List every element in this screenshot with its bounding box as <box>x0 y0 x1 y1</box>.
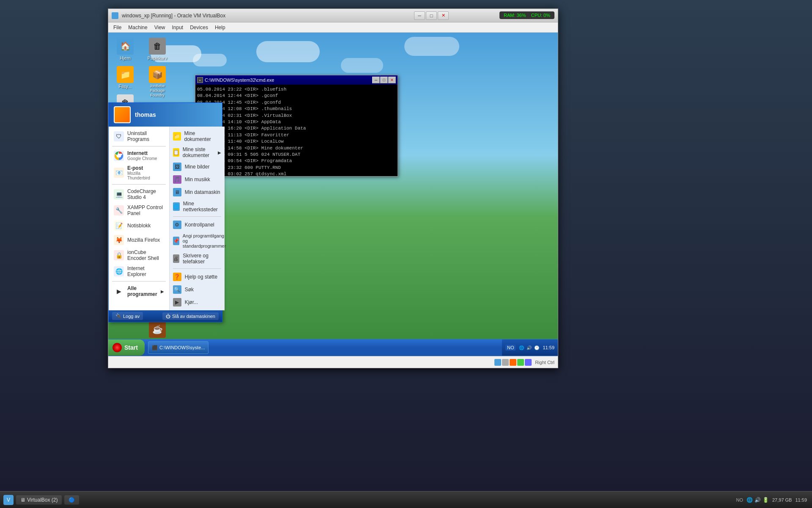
start-menu-footer: 🔌 Logg av ⏻ Slå av datamaskinen <box>109 310 222 322</box>
uninstall-icon: 🛡 <box>114 131 124 141</box>
cmd-line-9: 29.08.2014 11:40 <DIR> LocalLow <box>197 138 396 145</box>
vbox-usb-icon <box>502 359 509 366</box>
vbox-close-button[interactable]: ✕ <box>438 11 449 20</box>
desktop-icon-coffeecup-web[interactable]: ☕ CoffeeCup Web JuiceBox <box>142 319 173 339</box>
vbox-status-badge: RAM: 36% CPU: 0% <box>499 11 554 19</box>
cmd-icon: ▪ <box>197 77 203 83</box>
logout-icon: 🔌 <box>115 313 121 319</box>
start-menu-header: thomas <box>109 103 222 127</box>
menu-right-printers[interactable]: 🖨 Skrivere og telefakser <box>170 251 225 267</box>
cmd-line-3: 08.04.2014 12:45 <DIR> .gconfd <box>197 99 396 106</box>
cmd-titlebar: ▪ C:\WINDOWS\system32\cmd.exe ─ □ ✕ <box>195 75 398 85</box>
menu-item-email[interactable]: 📧 E-post Mozilla Thunderbird <box>109 163 169 182</box>
desktop-icon-hjem[interactable]: 🏠 Hjem <box>110 36 140 63</box>
host-disk-space: 27,97 GB <box>772 497 792 502</box>
vbox-menu-view[interactable]: View <box>151 24 169 31</box>
desktop-icon-papirkurv[interactable]: 🗑 Papirkurv <box>142 36 173 63</box>
notepad-icon: 📝 <box>114 221 124 231</box>
menu-right-sep2 <box>173 268 221 269</box>
vbox-maximize-button[interactable]: □ <box>426 11 437 20</box>
vbox-status-icons <box>494 359 532 366</box>
vbox-network-icon <box>494 359 501 366</box>
menu-item-ie[interactable]: 🌐 Internet Explorer <box>109 263 169 279</box>
vbox-minimize-button[interactable]: ─ <box>414 11 425 20</box>
vbox-menu-help[interactable]: Help <box>211 24 229 31</box>
virtualbox-window: windows_xp [Running] - Oracle VM Virtual… <box>108 8 558 368</box>
menu-right-default-programs[interactable]: 📌 Angi programtilgang og standardprogram… <box>170 231 225 251</box>
vbox-title: windows_xp [Running] - Oracle VM Virtual… <box>122 13 414 19</box>
shutdown-button[interactable]: ⏻ Slå av datamaskinen <box>162 312 219 320</box>
menu-item-notepad[interactable]: 📝 Notisblokk <box>109 218 169 233</box>
vbox-menu-machine[interactable]: Machine <box>125 24 151 31</box>
cmd-content: 05.08.2014 23:22 <DIR> .bluefish 08.04.2… <box>195 85 398 176</box>
menu-item-uninstall[interactable]: 🛡 Uninstall Programs <box>109 128 169 144</box>
xp-time: 11:59 <box>543 345 554 350</box>
documents-icon: 📁 <box>173 132 181 141</box>
menu-right-pictures[interactable]: 🖼 Mine bilder <box>170 160 225 173</box>
desktop-icon-jonbebe[interactable]: 📦 JonBebe Package Foundry <box>142 64 173 99</box>
start-menu-body: 🛡 Uninstall Programs <box>109 127 222 310</box>
cmd-line-6: 27.03.2014 14:10 <DIR> AppData <box>197 119 396 125</box>
cmd-minimize-button[interactable]: ─ <box>372 77 380 83</box>
logout-button[interactable]: 🔌 Logg av <box>112 312 143 320</box>
cmd-maximize-button[interactable]: □ <box>380 77 388 83</box>
menu-right-run[interactable]: ▶ Kjør... <box>170 296 225 309</box>
host-systray-icons: 🌐 🔊 🔋 <box>746 497 769 503</box>
cmd-close-button[interactable]: ✕ <box>388 77 396 83</box>
menu-item-internet[interactable]: Internett Google Chrome <box>109 148 169 163</box>
cmd-line-4: 07.04.2014 12:08 <DIR> .thumbnails <box>197 106 396 112</box>
cmd-line-8: 24.10.2014 11:13 <DIR> Favoritter <box>197 132 396 138</box>
recent-arrow-icon: ▶ <box>218 150 221 155</box>
cmd-line-13: 27.08.2014 23:32 600 PUTTY.RND <box>197 165 396 171</box>
volume-tray-icon: 🔊 <box>526 344 532 351</box>
host-taskbar: V 🖥 VirtualBox (2) 🔵 NO 🌐 🔊 🔋 27,97 GB 1… <box>0 491 812 508</box>
menu-right-music[interactable]: 🎵 Min musikk <box>170 173 225 186</box>
printer-icon: 🖨 <box>173 254 180 263</box>
vbox-menu-input[interactable]: Input <box>169 24 187 31</box>
menu-right-controlpanel[interactable]: ⚙ Kontrollpanel <box>170 218 225 231</box>
menu-separator-2 <box>112 184 166 185</box>
menu-right-computer[interactable]: 🖥 Min datamaskin <box>170 186 225 199</box>
menu-right-network[interactable]: 🌐 Mine nettverkssteder <box>170 199 225 215</box>
defaultprog-icon: 📌 <box>173 237 179 245</box>
cmd-line-10: 08.05.2015 14:58 <DIR> Mine dokumenter <box>197 145 396 152</box>
ie-icon: 🌐 <box>114 266 124 276</box>
host-taskbar-app2[interactable]: 🔵 <box>64 495 79 505</box>
vbox-window-controls: ─ □ ✕ <box>414 11 449 20</box>
menu-item-codecharge[interactable]: 💻 CodeCharge Studio 4 <box>109 186 169 202</box>
host-volume-icon: 🔊 <box>754 497 761 503</box>
menu-item-ioncube[interactable]: 🔒 ionCube Encoder Shell <box>109 247 169 263</box>
svg-point-3 <box>118 155 120 157</box>
desktop-icon-filsystem[interactable]: 📁 Filsy... <box>110 64 140 91</box>
cmd-line-5: 08.04.2014 02:31 <DIR> .VirtualBox <box>197 113 396 119</box>
menu-right-recent[interactable]: 📋 Mine siste dokumenter ▶ <box>170 144 225 160</box>
cmd-window-controls: ─ □ ✕ <box>372 77 396 83</box>
user-avatar <box>114 106 131 123</box>
host-lang: NO <box>736 497 743 502</box>
menu-item-all-programs[interactable]: ▶ Alle programmer ▶ <box>109 283 169 299</box>
menu-right-documents[interactable]: 📁 Mine dokumenter <box>170 128 225 144</box>
xp-systray: NO 🌐 🔊 🕐 11:59 <box>502 340 558 356</box>
menu-separator-3 <box>112 281 166 282</box>
vbox-statusbar: Right Ctrl <box>108 356 558 368</box>
start-button[interactable]: Start <box>108 340 145 356</box>
menu-item-firefox[interactable]: 🦊 Mozilla Firefox <box>109 233 169 247</box>
vbox-menu-devices[interactable]: Devices <box>187 24 211 31</box>
start-menu-left: 🛡 Uninstall Programs <box>109 127 170 310</box>
cloud-3 <box>256 41 320 62</box>
vbox-shared-icon <box>510 359 516 366</box>
computer-icon: 🖥 <box>173 188 181 196</box>
cmd-taskbar-icon: ⬛ <box>152 345 158 351</box>
power-icon: ⏻ <box>166 314 170 319</box>
menu-right-search[interactable]: 🔍 Søk <box>170 283 225 296</box>
arrow-icon: ▶ <box>161 289 164 294</box>
right-ctrl-label: Right Ctrl <box>535 360 554 365</box>
cmd-line-7: 24.02.2015 16:20 <DIR> Application Data <box>197 125 396 132</box>
host-taskbar-vbox-item[interactable]: 🖥 VirtualBox (2) <box>16 495 62 505</box>
vbox-menu-file[interactable]: File <box>110 24 125 31</box>
menu-right-help[interactable]: ❓ Hjelp og støtte <box>170 271 225 283</box>
firefox-icon: 🦊 <box>114 235 124 245</box>
menu-item-xampp[interactable]: 🔧 XAMPP Control Panel <box>109 202 169 218</box>
cmd-line-14: 06.08.2014 03:02 257 qtdsync.xml <box>197 171 396 176</box>
taskbar-item-cmd[interactable]: ⬛ C:\WINDOWS\syste... <box>148 341 209 354</box>
